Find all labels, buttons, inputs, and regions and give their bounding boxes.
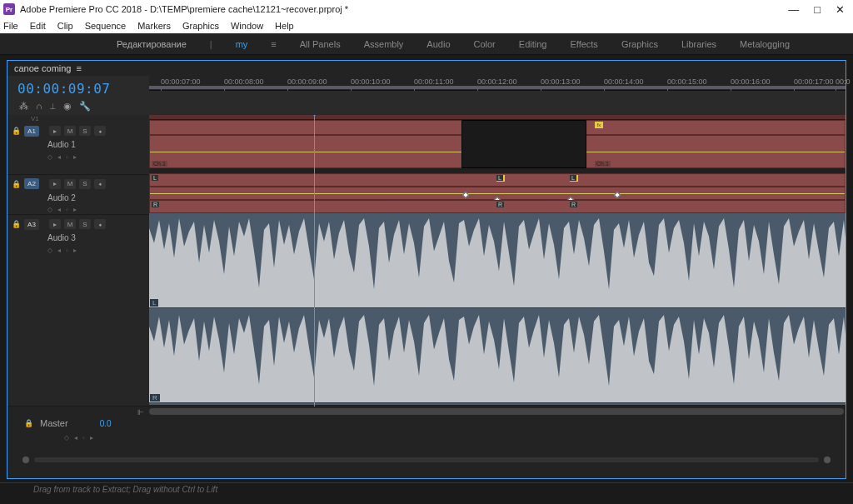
menu-markers[interactable]: Markers [137,21,171,31]
a3-track[interactable]: L R [149,213,846,405]
zoom-scrollbar[interactable] [34,457,819,462]
panel-menu-icon[interactable]: ≡ [77,63,82,73]
add-key-icon[interactable]: ◦ [66,153,68,161]
playhead[interactable] [314,115,315,407]
a2-badge[interactable]: A2 [24,178,39,189]
workspace-menu-icon[interactable]: ≡ [271,39,276,49]
next-key-icon[interactable]: ▸ [73,247,77,254]
lock-icon[interactable]: 🔒 [11,180,21,188]
hscroll-thumb[interactable] [149,408,844,415]
add-key-icon[interactable]: ◦ [66,247,68,254]
master-level[interactable]: 0.0 [100,419,112,428]
a1-header[interactable]: 🔒 A1 ▸ M S ⬥ Audio 1 ◇ ◂ ◦ ▸ [7,122,149,175]
ruler-tick: 00:00:13:00 [541,77,581,86]
mute-button[interactable]: M [64,179,76,189]
workspace-editing[interactable]: Editing [519,39,547,49]
menu-graphics[interactable]: Graphics [182,21,219,31]
timecode-display[interactable]: 00:00:09:07 [7,81,120,97]
minimize-button[interactable]: — [788,3,799,16]
hscroll-track[interactable] [149,408,844,415]
voice-icon[interactable]: ⬥ [94,219,106,229]
ruler-tick: 00:00:16:00 [731,77,771,86]
gap-clip[interactable] [461,120,586,168]
keyframe-icon[interactable]: ◇ [47,206,52,213]
menu-clip[interactable]: Clip [57,21,73,31]
link-icon[interactable]: ⟂ [50,101,56,112]
magnet-icon[interactable]: ∩ [36,101,42,112]
channel-l: L [496,175,503,181]
solo-button[interactable]: S [79,126,91,136]
mute-button[interactable]: M [64,126,76,136]
track-output-icon[interactable]: ▸ [49,126,61,136]
workspace-graphics[interactable]: Graphics [621,39,658,49]
in-out-icon[interactable]: ⊩ [137,408,144,417]
prev-key-icon[interactable]: ◂ [57,247,61,254]
rubber-band[interactable] [150,193,845,194]
voice-icon[interactable]: ⬥ [94,126,106,136]
v1-header[interactable]: V1 [7,115,149,122]
menu-sequence[interactable]: Sequence [85,21,127,31]
fx-badge[interactable]: fx [595,122,603,128]
mute-button[interactable]: M [64,219,76,229]
lock-icon[interactable]: 🔒 [11,127,21,135]
track-content[interactable]: fx Ch.1 Ch.1 fx fx L L L [149,115,846,407]
status-bar: Drag from track to Extract; Drag without… [0,482,853,496]
timeline-panel: canoe coming ≡ 00:00:09:07 ⁂ ∩ ⟂ ◉ 🔧 00:… [7,60,846,479]
solo-button[interactable]: S [79,179,91,189]
workspace-allpanels[interactable]: All Panels [300,39,341,49]
zoom-in-icon[interactable] [824,457,831,463]
next-key-icon[interactable]: ▸ [73,206,77,213]
prev-key-icon[interactable]: ◂ [57,153,61,161]
keyframe-icon[interactable]: ◇ [64,434,69,442]
a2-track[interactable]: fx fx L L L R R R [149,173,846,213]
close-button[interactable]: ✕ [836,3,845,16]
voice-icon[interactable]: ⬥ [94,179,106,189]
menu-help[interactable]: Help [275,21,294,31]
bottom-section: ⊩ 🔒 Master 0.0 ◇ ◂ ◦ ▸ [7,407,846,478]
a1-badge[interactable]: A1 [24,126,39,137]
titlebar: Pr Adobe Premiere Pro CC 2018 - D:\TEMP\… [0,0,853,18]
workspace-my[interactable]: my [236,39,248,49]
a3-badge[interactable]: A3 [24,219,39,230]
track-output-icon[interactable]: ▸ [49,219,61,229]
solo-button[interactable]: S [79,219,91,229]
workspace-audio[interactable]: Audio [426,39,450,49]
maximize-button[interactable]: □ [814,3,821,16]
menu-edit[interactable]: Edit [30,21,46,31]
next-key-icon[interactable]: ▸ [73,153,77,161]
a1-track[interactable]: fx Ch.1 Ch.1 [149,120,846,173]
prev-key-icon[interactable]: ◂ [57,206,61,213]
workspace-effects[interactable]: Effects [570,39,597,49]
channel-label: Ch.1 [152,161,167,167]
prev-key-icon[interactable]: ◂ [74,434,77,442]
channel-r: R [152,202,159,207]
wrench-icon[interactable]: 🔧 [79,101,91,112]
snap-icon[interactable]: ⁂ [19,101,28,112]
marker-icon[interactable]: ◉ [63,101,72,112]
panel-header: canoe coming ≡ [7,61,846,76]
workspace-assembly[interactable]: Assembly [364,39,404,49]
channel-r: R [496,202,504,207]
add-key-icon[interactable]: ◦ [82,434,85,442]
next-key-icon[interactable]: ▸ [90,434,93,442]
sequence-name[interactable]: canoe coming [14,63,72,73]
a3-header[interactable]: 🔒 A3 ▸ M S ⬥ Audio 3 ◇ ◂ ◦ ▸ [7,215,149,407]
ruler-tick: 00:00:17:00 [794,77,834,86]
lock-icon[interactable]: 🔒 [11,220,21,228]
tracks-area: V1 🔒 A1 ▸ M S ⬥ Audio 1 ◇ ◂ ◦ [7,115,846,407]
track-output-icon[interactable]: ▸ [49,179,61,189]
workspace-metalogging[interactable]: Metalogging [740,39,790,49]
menu-file[interactable]: File [3,21,18,31]
lock-icon[interactable]: 🔒 [24,419,33,427]
a3-label: Audio 3 [7,233,149,245]
keyframe-icon[interactable]: ◇ [47,247,52,254]
zoom-out-icon[interactable] [22,457,29,463]
workspace-color[interactable]: Color [474,39,496,49]
app-icon: Pr [3,3,15,15]
menu-window[interactable]: Window [231,21,263,31]
time-ruler[interactable]: 00:00:07:00 00:00:08:00 00:00:09:00 00:0… [149,76,846,91]
add-key-icon[interactable]: ◦ [66,206,68,213]
workspace-libraries[interactable]: Libraries [681,39,716,49]
keyframe-icon[interactable]: ◇ [47,153,52,161]
a2-header[interactable]: 🔒 A2 ▸ M S ⬥ Audio 2 ◇ ◂ ◦ ▸ [7,175,149,215]
